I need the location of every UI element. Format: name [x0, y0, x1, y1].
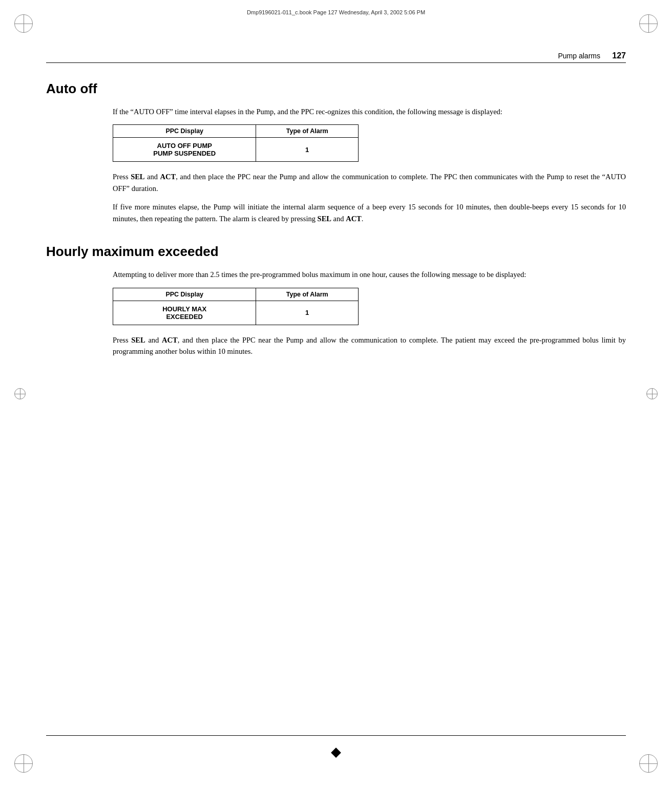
hourly-max-table-alarm-value: 1 — [256, 301, 359, 325]
auto-off-table-header-alarm: Type of Alarm — [256, 125, 359, 138]
sel-bold-2: SEL — [318, 215, 331, 223]
auto-off-sel-act-text: Press SEL and ACT, and then place the PP… — [113, 171, 626, 194]
mid-mark-right — [646, 388, 658, 399]
section-heading-auto-off: Auto off — [46, 81, 626, 97]
auto-off-table: PPC Display Type of Alarm AUTO OFF PUMPP… — [113, 124, 359, 162]
reg-mark-bottom-right — [639, 754, 658, 773]
hourly-max-table: PPC Display Type of Alarm HOURLY MAXEXCE… — [113, 288, 359, 325]
mid-mark-left — [14, 388, 26, 399]
auto-off-table-alarm-value: 1 — [256, 138, 359, 162]
section-hourly-max: Hourly maximum exceeded Attempting to de… — [46, 244, 626, 357]
bottom-diamond — [331, 748, 341, 758]
file-header: Dmp9196021-011_c.book Page 127 Wednesday… — [247, 9, 425, 15]
hourly-max-intro-text: Attempting to deliver more than 2.5 time… — [113, 269, 626, 280]
act-bold-2: ACT — [346, 215, 362, 223]
content-area: Auto off If the “AUTO OFF” time interval… — [46, 61, 626, 726]
auto-off-five-min-text: If five more minutes elapse, the Pump wi… — [113, 201, 626, 224]
act-bold-3: ACT — [162, 336, 178, 344]
hourly-max-sel-act-text: Press SEL and ACT, and then place the PP… — [113, 334, 626, 357]
auto-off-table-display-value: AUTO OFF PUMPPUMP SUSPENDED — [113, 138, 256, 162]
footer-line — [46, 735, 626, 736]
reg-mark-top-right — [639, 14, 658, 33]
section-label-text: Pump alarms — [558, 52, 600, 60]
hourly-max-table-display-value: HOURLY MAXEXCEEDED — [113, 301, 256, 325]
reg-mark-top-left — [14, 14, 33, 33]
section-label: Pump alarms 127 — [558, 51, 626, 60]
reg-mark-bottom-left — [14, 754, 33, 773]
hourly-max-table-wrapper: PPC Display Type of Alarm HOURLY MAXEXCE… — [113, 288, 626, 325]
hourly-max-table-header-display: PPC Display — [113, 288, 256, 301]
auto-off-table-wrapper: PPC Display Type of Alarm AUTO OFF PUMPP… — [113, 124, 626, 162]
section-heading-hourly-max: Hourly maximum exceeded — [46, 244, 626, 260]
auto-off-table-header-display: PPC Display — [113, 125, 256, 138]
act-bold-1: ACT — [160, 173, 176, 181]
page-number: 127 — [612, 51, 626, 60]
sel-bold-1: SEL — [131, 173, 144, 181]
page-container: Dmp9196021-011_c.book Page 127 Wednesday… — [0, 0, 672, 787]
auto-off-intro-text: If the “AUTO OFF” time interval elapses … — [113, 106, 626, 117]
hourly-max-table-header-alarm: Type of Alarm — [256, 288, 359, 301]
section-auto-off: Auto off If the “AUTO OFF” time interval… — [46, 81, 626, 224]
sel-bold-3: SEL — [131, 336, 145, 344]
